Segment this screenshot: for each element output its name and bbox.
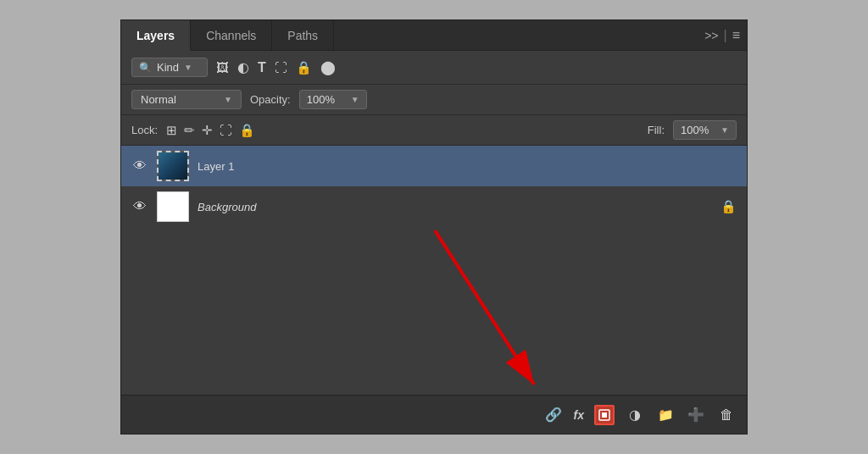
group-icon[interactable]: 📁 [655,405,676,425]
layer-locked-icon: 🔒 [721,199,737,214]
lock-all-icon[interactable]: 🔒 [239,123,255,138]
fill-label: Fill: [648,124,665,136]
layer-name-layer1: Layer 1 [198,160,737,173]
lock-pixels-icon[interactable]: ✏ [184,123,195,138]
fill-chevron-icon: ▼ [721,125,729,135]
blend-row: Normal ▼ Opacity: 100% ▼ [121,85,747,115]
adjustment-icon[interactable]: ◑ [625,405,645,425]
filter-transform-icon[interactable]: ⛶ [275,60,287,75]
bottom-toolbar: 🔗 fx ◑ 📁 ➕ 🗑 [121,395,747,434]
layer-thumbnail-layer1 [157,151,189,181]
lock-transparent-icon[interactable]: ⊞ [166,123,177,138]
opacity-dropdown[interactable]: 100% ▼ [299,90,367,109]
blend-chevron-icon: ▼ [224,95,232,104]
lock-artboard-icon[interactable]: ⛶ [220,123,232,137]
mask-svg [598,409,610,421]
lock-label: Lock: [131,124,158,136]
add-mask-icon[interactable] [594,405,615,425]
lock-row: Lock: ⊞ ✏ ✛ ⛶ 🔒 Fill: 100% ▼ [121,115,747,146]
layer-visibility-icon-layer1[interactable]: 👁 [131,158,148,174]
link-icon[interactable]: 🔗 [543,405,564,425]
kind-dropdown[interactable]: 🔍 Kind ▼ [131,58,208,77]
tab-bar: Layers Channels Paths >> | ≡ [121,20,747,51]
layer-thumbnail-background [157,191,189,222]
filter-filled-icon[interactable]: ⬤ [320,59,336,75]
layer-name-background: Background [198,201,712,213]
filter-text-icon[interactable]: T [258,60,266,75]
tab-paths[interactable]: Paths [272,20,334,50]
layer-list: 👁 Layer 1 👁 Background 🔒 [121,146,747,395]
expand-icon[interactable]: >> [704,29,718,42]
svg-rect-3 [602,412,607,418]
opacity-label: Opacity: [250,93,291,106]
divider: | [724,28,727,43]
layer-visibility-icon-background[interactable]: 👁 [131,199,148,214]
menu-icon[interactable]: ≡ [732,28,740,43]
filter-image-icon[interactable]: 🖼 [216,60,229,75]
fx-icon[interactable]: fx [574,408,584,422]
tab-channels[interactable]: Channels [191,20,272,50]
search-icon: 🔍 [139,62,152,74]
delete-layer-icon[interactable]: 🗑 [716,405,737,425]
filter-icons: 🖼 ◐ T ⛶ 🔒 ⬤ [216,59,336,75]
fill-dropdown[interactable]: 100% ▼ [673,120,737,140]
blend-mode-dropdown[interactable]: Normal ▼ [131,90,242,109]
lock-position-icon[interactable]: ✛ [202,123,213,138]
tab-layers[interactable]: Layers [121,20,191,51]
kind-chevron-icon: ▼ [184,63,192,72]
filter-row: 🔍 Kind ▼ 🖼 ◐ T ⛶ 🔒 ⬤ [121,51,747,85]
layer-item-background[interactable]: 👁 Background 🔒 [121,186,747,227]
layers-panel: Layers Channels Paths >> | ≡ 🔍 Kind ▼ 🖼 … [120,19,748,435]
filter-circle-icon[interactable]: ◐ [237,59,249,75]
opacity-chevron-icon: ▼ [351,95,359,104]
filter-lock-icon[interactable]: 🔒 [296,60,312,75]
lock-icons: ⊞ ✏ ✛ ⛶ 🔒 [166,123,255,138]
tab-actions: >> | ≡ [704,20,747,50]
layer-item-layer1[interactable]: 👁 Layer 1 [121,146,747,186]
new-layer-icon[interactable]: ➕ [686,405,706,425]
